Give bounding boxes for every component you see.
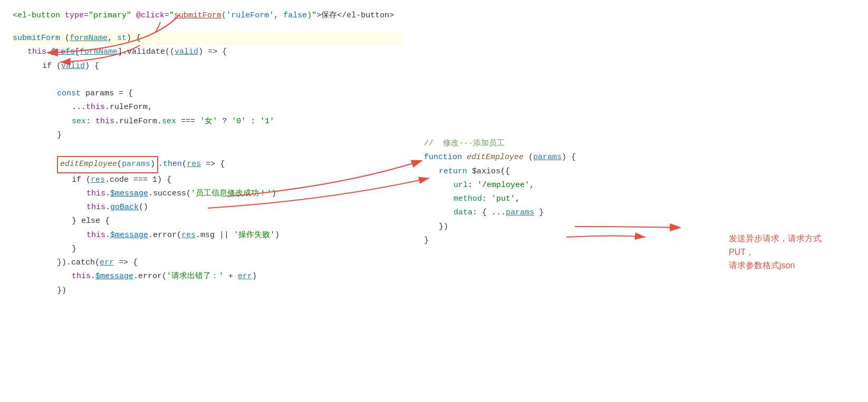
const-params-line: const params = { bbox=[13, 87, 403, 101]
catch-close: }) bbox=[13, 284, 403, 298]
female-str: '女' bbox=[200, 117, 217, 126]
submit-form-name: submitForm bbox=[13, 34, 60, 43]
err-ref: err bbox=[238, 272, 252, 281]
params-param-right: params bbox=[533, 153, 562, 162]
refs-validate-line: this.$refs[formName].validate((valid) =>… bbox=[13, 45, 403, 59]
if-valid-line: if (valid) { bbox=[13, 60, 403, 73]
blank1 bbox=[13, 73, 403, 87]
return-kw: return bbox=[439, 167, 467, 176]
rule-form-sex: ruleForm bbox=[119, 117, 157, 126]
right-fn-def: function editEmployee (params) { bbox=[424, 151, 793, 164]
html-val-primary: "primary" bbox=[89, 11, 131, 20]
then-kw: then bbox=[163, 160, 182, 169]
one-str: '1' bbox=[260, 117, 274, 126]
this-kw4: this bbox=[86, 189, 105, 198]
url-line: url: '/employee', bbox=[424, 179, 793, 192]
this-kw3: this bbox=[95, 117, 114, 126]
this-kw5: this bbox=[86, 203, 105, 212]
blank2 bbox=[13, 142, 403, 156]
edit-employee-box: editEmployee(params) bbox=[57, 156, 158, 173]
else-close: } bbox=[13, 242, 403, 256]
success-msg: '员工信息修改成功！' bbox=[191, 189, 272, 198]
code-prop: code bbox=[110, 175, 129, 184]
edit-employee-right: editEmployee bbox=[467, 153, 524, 162]
html-text-save: >保存</el-button> bbox=[316, 11, 394, 20]
left-panel: submitForm (formName, st) { this.$refs[f… bbox=[13, 32, 403, 298]
req-error-msg: '请求出错了：' bbox=[167, 272, 224, 281]
else-line: } else { bbox=[13, 214, 403, 228]
this-kw6: this bbox=[86, 231, 105, 240]
st-param: st bbox=[117, 34, 127, 43]
fail-msg: '操作失败' bbox=[234, 231, 275, 240]
sex-line: sex: this.ruleForm.sex === '女' ? '0' : '… bbox=[13, 115, 403, 129]
html-line: <el-button type="primary" @click="submit… bbox=[13, 9, 855, 22]
params-spread-right: params bbox=[506, 208, 534, 217]
right-comment-line: // 修改---添加员工 bbox=[424, 137, 793, 151]
axios-ref: $axios bbox=[472, 167, 500, 176]
method-line: method: 'put', bbox=[424, 192, 793, 206]
rule-form-ref: ruleForm bbox=[110, 103, 148, 112]
res-param: res bbox=[187, 160, 201, 169]
html-attr-click: @click= bbox=[131, 11, 169, 20]
data-key: data bbox=[454, 208, 472, 217]
return-axios-line: return $axios({ bbox=[424, 165, 793, 179]
go-back-method: goBack bbox=[110, 203, 139, 212]
catch-error-line: this.$message.error('请求出错了：' + err) bbox=[13, 270, 403, 283]
rule-form-arg: 'ruleForm' bbox=[226, 11, 274, 20]
const-kw: const bbox=[57, 89, 81, 98]
this-kw2: this bbox=[86, 103, 105, 112]
if-res-code-line: if (res.code === 1) { bbox=[13, 173, 403, 187]
code-area: submitForm (formName, st) { this.$refs[f… bbox=[13, 32, 855, 298]
res-ref2: res bbox=[181, 231, 196, 240]
valid-ref: valid bbox=[61, 62, 85, 71]
method-val: 'put' bbox=[491, 194, 515, 203]
res-ref1: res bbox=[91, 175, 105, 184]
msg-error2: $message bbox=[95, 272, 133, 281]
error-line: this.$message.error(res.msg || '操作失败') bbox=[13, 229, 403, 242]
url-val: '/employee' bbox=[477, 181, 529, 190]
main-container: <el-button type="primary" @click="submit… bbox=[0, 0, 868, 402]
data-line: data: { ...params } bbox=[424, 206, 793, 220]
sex-key: sex bbox=[72, 117, 86, 126]
valid-param: valid bbox=[175, 47, 198, 56]
submit-form-def-line: submitForm (formName, st) { bbox=[13, 32, 403, 45]
msg-success: $message bbox=[110, 189, 148, 198]
false-arg: false bbox=[283, 11, 307, 20]
params-var: params bbox=[85, 89, 114, 98]
params-arg: params bbox=[122, 160, 150, 169]
html-attr-type: type= bbox=[65, 11, 89, 20]
url-key: url bbox=[454, 181, 468, 190]
spread-rule-form-line: ...this.ruleForm, bbox=[13, 101, 403, 114]
html-tag-open: <el-button bbox=[13, 11, 65, 20]
edit-employee-line: editEmployee(params).then(res => { bbox=[13, 156, 403, 173]
catch-line: }).catch(err => { bbox=[13, 256, 403, 270]
this-kw1: this bbox=[27, 47, 46, 56]
submit-form-ref-top: submitForm bbox=[174, 11, 221, 20]
params-close: } bbox=[13, 129, 403, 142]
annotation-text: 发送异步请求，请求方式PUT，请求参数格式json bbox=[729, 232, 845, 272]
success-line: this.$message.success('员工信息修改成功！') bbox=[13, 187, 403, 201]
go-back-line: this.goBack() bbox=[13, 201, 403, 214]
form-name-ref: formName bbox=[80, 47, 118, 56]
html-val-click: "submitForm('ruleForm', false)" bbox=[169, 11, 316, 20]
form-name-param: formName bbox=[70, 34, 108, 43]
function-kw: function bbox=[424, 153, 462, 162]
zero-str: '0' bbox=[232, 117, 246, 126]
method-key: method bbox=[454, 194, 482, 203]
msg-error1: $message bbox=[110, 231, 148, 240]
sex-prop: sex bbox=[162, 117, 176, 126]
err-param: err bbox=[100, 258, 114, 267]
msg-prop: msg bbox=[200, 231, 215, 240]
this-kw7: this bbox=[72, 272, 91, 281]
refs-link: $refs bbox=[51, 47, 75, 56]
edit-employee-fn: editEmployee bbox=[60, 160, 117, 169]
